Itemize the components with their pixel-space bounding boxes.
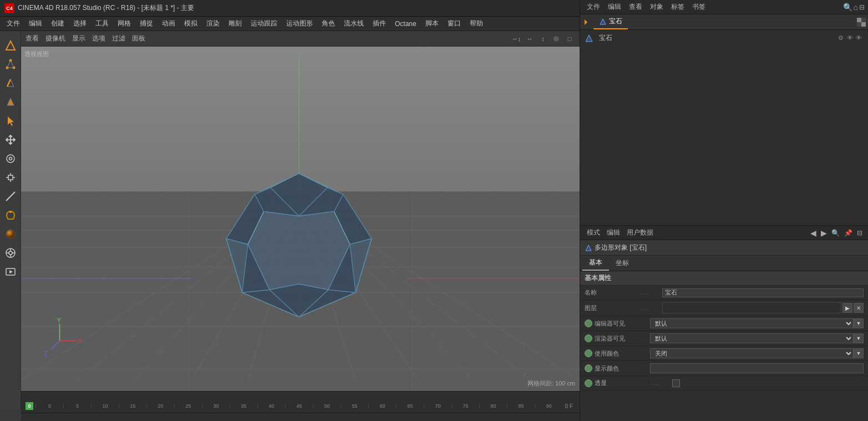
- svg-marker-112: [586, 35, 592, 42]
- obj-menu-view[interactable]: 查看: [626, 1, 646, 13]
- menu-item-anim[interactable]: 动画: [158, 17, 180, 30]
- snapping-button[interactable]: [2, 244, 19, 262]
- menu-item-file[interactable]: 文件: [2, 17, 24, 30]
- scale-tool-left[interactable]: [2, 169, 19, 186]
- obj-menu-file[interactable]: 文件: [583, 1, 603, 13]
- attr-display-color-swatch[interactable]: [650, 363, 864, 373]
- attr-menu-mode[interactable]: 模式: [583, 227, 603, 239]
- menu-item-mograph[interactable]: 运动图形: [282, 17, 317, 30]
- model-mode-button[interactable]: [2, 37, 19, 54]
- viewport-menu-display[interactable]: 显示: [72, 34, 85, 43]
- rotate-tool-left[interactable]: [2, 150, 19, 168]
- obj-menu-edit[interactable]: 编辑: [605, 1, 625, 13]
- attr-btn-fwd[interactable]: ▶: [819, 229, 829, 237]
- point-mode-button[interactable]: [2, 55, 19, 73]
- attr-select-use-color[interactable]: 关闭 开启: [650, 348, 854, 358]
- material-button[interactable]: [2, 225, 19, 243]
- magnet-button[interactable]: [2, 206, 19, 224]
- attr-row-editor-vis: 编辑器可见 默认 开 关 ▼: [580, 316, 868, 331]
- line-tool-button[interactable]: [2, 187, 19, 205]
- attr-pin[interactable]: 📌: [842, 229, 855, 237]
- menu-item-pipeline[interactable]: 流水线: [339, 17, 368, 30]
- live-select-button[interactable]: [2, 112, 19, 130]
- obj-item-render-eye[interactable]: 👁: [856, 34, 864, 42]
- viewport-area: 查看 摄像机 显示 选项 过滤 面板 ↔↕ ↔ ↕ ◎ □: [21, 31, 580, 391]
- attr-section-basic: 基本属性: [580, 271, 868, 286]
- obj-manager-menubar: 文件 编辑 查看 对象 标签 书签 🔍 ⌂ ⊟: [580, 0, 868, 14]
- obj-item-eye[interactable]: 👁: [847, 34, 855, 42]
- move-tool-left[interactable]: [2, 131, 19, 149]
- menu-item-sculpt[interactable]: 雕刻: [224, 17, 246, 30]
- svg-point-48: [7, 155, 14, 163]
- obj-menu-object[interactable]: 对象: [647, 1, 667, 13]
- obj-search-button[interactable]: 🔍: [843, 3, 852, 12]
- viewport-menu-view[interactable]: 查看: [26, 34, 39, 43]
- viewport-nav-h[interactable]: ↔: [524, 33, 535, 44]
- attr-tab-coord[interactable]: 坐标: [609, 256, 636, 270]
- viewport-canvas[interactable]: Y X Z 透视视图 网格间距: 100 cm: [21, 47, 580, 391]
- menu-item-char[interactable]: 角色: [317, 17, 339, 30]
- viewport-nav-full[interactable]: □: [564, 33, 575, 44]
- tl-mark-30: 30: [202, 403, 230, 409]
- obj-item-gem[interactable]: 宝石 ⚙ 👁 👁: [580, 30, 868, 46]
- menu-item-script[interactable]: 脚本: [421, 17, 443, 30]
- menu-item-plugins[interactable]: 插件: [368, 17, 390, 30]
- menu-item-octane[interactable]: Octane: [390, 18, 421, 29]
- obj-more-button[interactable]: ⊟: [859, 3, 865, 11]
- attr-row-display-color: 显示颜色: [580, 361, 868, 376]
- viewport-menu-camera[interactable]: 摄像机: [45, 34, 65, 43]
- attr-check-use-color[interactable]: [585, 349, 592, 357]
- menu-item-snap[interactable]: 捕捉: [135, 17, 158, 30]
- menu-item-render[interactable]: 渲染: [202, 17, 224, 30]
- menu-item-help[interactable]: 帮助: [465, 17, 488, 30]
- svg-marker-111: [600, 19, 606, 24]
- menu-item-window[interactable]: 窗口: [443, 17, 465, 30]
- attr-btn-back[interactable]: ◀: [808, 229, 819, 237]
- obj-item-gear[interactable]: ⚙: [838, 34, 846, 42]
- attr-tabs: 基本 坐标: [580, 256, 868, 271]
- menu-item-select[interactable]: 选择: [69, 17, 91, 30]
- attr-menu-userdata[interactable]: 用户数据: [623, 227, 657, 239]
- attr-editor-vis-arrow[interactable]: ▼: [854, 318, 864, 328]
- attr-input-name[interactable]: [662, 288, 864, 297]
- attr-dots-layer: ......: [640, 305, 662, 311]
- viewport-menu-panel[interactable]: 面板: [132, 34, 145, 43]
- attr-select-editor-vis[interactable]: 默认 开 关: [650, 318, 854, 328]
- obj-tab-gem[interactable]: 宝石: [593, 14, 628, 29]
- menu-item-create[interactable]: 创建: [47, 17, 69, 30]
- viewport-nav-all[interactable]: ↔↕: [511, 33, 522, 44]
- obj-menu-bookmarks[interactable]: 书签: [689, 1, 709, 13]
- svg-line-55: [6, 192, 15, 201]
- viewport-menu-filter[interactable]: 过滤: [112, 34, 125, 43]
- attr-menu-edit[interactable]: 编辑: [603, 227, 623, 239]
- attr-select-render-vis[interactable]: 默认 开 关: [650, 333, 854, 343]
- polygon-mode-button[interactable]: [2, 93, 19, 111]
- attr-tab-basic[interactable]: 基本: [582, 256, 609, 271]
- viewport-nav-v[interactable]: ↕: [537, 33, 549, 44]
- render-preview-button[interactable]: [2, 263, 19, 281]
- obj-menu-tags[interactable]: 标签: [668, 1, 688, 13]
- menu-item-motiontrack[interactable]: 运动跟踪: [246, 17, 282, 30]
- attr-check-render[interactable]: [585, 334, 592, 342]
- menu-item-edit[interactable]: 编辑: [24, 17, 47, 30]
- attr-check-transparency[interactable]: [585, 379, 592, 387]
- attr-search[interactable]: 🔍: [829, 229, 842, 237]
- menu-item-tools[interactable]: 工具: [91, 17, 113, 30]
- attr-layer-x-btn[interactable]: ✕: [854, 303, 864, 313]
- viewport-nav-frame[interactable]: ◎: [551, 33, 562, 44]
- attr-check-editor[interactable]: [585, 319, 592, 327]
- attr-transparency-checkbox[interactable]: [672, 379, 680, 387]
- menu-item-sim[interactable]: 模拟: [180, 17, 202, 30]
- attr-render-vis-arrow[interactable]: ▼: [854, 333, 864, 343]
- svg-marker-45: [8, 116, 14, 126]
- viewport-menu-options[interactable]: 选项: [92, 34, 105, 43]
- obj-home-button[interactable]: ⌂: [854, 3, 858, 12]
- attr-use-color-arrow[interactable]: ▼: [854, 348, 864, 358]
- svg-marker-66: [9, 270, 13, 273]
- attr-check-display-color[interactable]: [585, 364, 592, 372]
- attr-layer-arrow-btn[interactable]: ▶: [842, 303, 852, 313]
- edge-mode-button[interactable]: [2, 74, 19, 92]
- menu-item-mesh[interactable]: 网格: [113, 17, 135, 30]
- attr-more[interactable]: ⊟: [855, 229, 865, 237]
- tl-mark-65: 65: [396, 403, 424, 409]
